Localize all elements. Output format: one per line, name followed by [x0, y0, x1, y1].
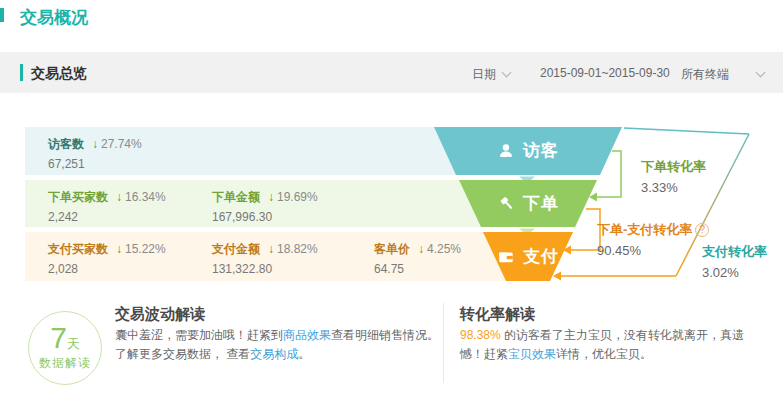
rate-value: 3.33% [641, 180, 706, 195]
rate-label: 下单-支付转化率? [597, 221, 709, 239]
decrease-arrow-icon: ↓ [268, 242, 274, 256]
metric-label: 支付买家数 [48, 242, 108, 256]
funnel-label-pay: 支付 [458, 245, 598, 268]
section-accent-bar [20, 64, 23, 81]
decrease-arrow-icon: ↓ [116, 190, 122, 204]
text: 了解更多交易数据， 查看 [115, 347, 250, 361]
stage-label: 访客 [523, 139, 559, 162]
metric-label: 下单买家数 [48, 190, 108, 204]
metric-pay-amount: 支付金额↓18.82% 131,322.80 [212, 241, 318, 276]
pay-rate-connector-line [624, 128, 749, 134]
chevron-down-icon [502, 68, 512, 78]
metric-order-buyers: 下单买家数↓16.34% 2,242 [48, 189, 166, 224]
badge-number-line: 7天 [50, 324, 80, 353]
metric-delta: 16.34% [125, 190, 166, 204]
rate-label: 下单转化率 [641, 158, 706, 176]
metric-delta: 27.74% [101, 137, 142, 151]
highlight-percent: 98.38% [460, 328, 501, 342]
trade-fluctuation-heading: 交易波动解读 [115, 305, 205, 324]
text: 详情，优化宝贝。 [556, 347, 652, 361]
metric-order-amount: 下单金额↓19.69% 167,996.30 [212, 189, 318, 224]
trade-composition-link[interactable]: 交易构成 [250, 347, 298, 361]
product-effect-link[interactable]: 商品效果 [283, 328, 331, 342]
page-title: 交易概况 [20, 6, 88, 29]
text: 查看明细销售情况。 [331, 328, 439, 342]
metric-delta: 4.25% [427, 242, 461, 256]
stage-label: 下单 [523, 192, 559, 215]
trade-fluctuation-line2: 了解更多交易数据， 查看交易构成。 [115, 345, 310, 364]
metric-value: 131,322.80 [212, 262, 318, 276]
seven-day-badge: 7天 数据解读 [28, 311, 102, 385]
decrease-arrow-icon: ↓ [418, 242, 424, 256]
arrow-left-icon [553, 272, 561, 281]
section-title: 交易总览 [31, 65, 87, 83]
metric-delta: 15.22% [125, 242, 166, 256]
order-conversion-rate: 下单转化率 3.33% [641, 158, 706, 195]
metric-value: 2,242 [48, 210, 166, 224]
person-icon [497, 142, 515, 160]
pay-conversion-rate: 支付转化率 3.02% [702, 243, 767, 280]
metric-label: 下单金额 [212, 190, 260, 204]
terminal-filter-label: 所有终端 [681, 67, 729, 81]
trade-fluctuation-line1: 囊中羞涩，需要加油哦！赶紧到商品效果查看明细销售情况。 [115, 326, 439, 345]
transaction-overview-page: 交易概况 交易总览 日期 2015-09-01~2015-09-30 所有终端 … [0, 0, 783, 401]
metric-label: 访客数 [48, 137, 84, 151]
item-effect-link[interactable]: 宝贝效果 [508, 347, 556, 361]
metric-value: 2,028 [48, 262, 166, 276]
badge-unit: 天 [67, 336, 80, 351]
text: 。 [298, 347, 310, 361]
insights-divider [443, 303, 444, 383]
rate-label: 支付转化率 [702, 243, 767, 261]
date-filter-dropdown[interactable]: 日期 [472, 66, 510, 83]
funnel-label-order: 下单 [458, 192, 598, 215]
metric-label: 客单价 [374, 242, 410, 256]
metric-value: 167,996.30 [212, 210, 318, 224]
order-pay-conversion-rate: 下单-支付转化率? 90.45% [597, 221, 709, 258]
rate-value: 90.45% [597, 243, 709, 258]
stage-label: 支付 [523, 245, 559, 268]
metric-value: 64.75 [374, 262, 461, 276]
section-header-bar: 交易总览 日期 2015-09-01~2015-09-30 所有终端 [0, 52, 783, 93]
badge-number: 7 [50, 321, 67, 354]
metric-visitors: 访客数↓27.74% 67,251 [48, 136, 142, 171]
metric-label: 支付金额 [212, 242, 260, 256]
decrease-arrow-icon: ↓ [268, 190, 274, 204]
metric-pay-buyers: 支付买家数↓15.22% 2,028 [48, 241, 166, 276]
page-accent-mark [0, 8, 4, 22]
date-range-value[interactable]: 2015-09-01~2015-09-30 [540, 66, 670, 80]
decrease-arrow-icon: ↓ [116, 242, 122, 256]
rate-label-text: 下单-支付转化率 [597, 222, 692, 237]
terminal-filter-dropdown[interactable]: 所有终端 [681, 66, 764, 83]
decrease-arrow-icon: ↓ [92, 137, 98, 151]
badge-caption: 数据解读 [39, 355, 91, 372]
date-filter-label: 日期 [472, 67, 496, 81]
metric-delta: 18.82% [277, 242, 318, 256]
rate-value: 3.02% [702, 265, 767, 280]
conversion-text: 98.38% 的访客看了主力宝贝，没有转化就离开，真遗憾！赶紧宝贝效果详情，优化… [460, 326, 768, 364]
metric-delta: 19.69% [277, 190, 318, 204]
conversion-heading: 转化率解读 [460, 305, 535, 324]
metric-price-per-customer: 客单价↓4.25% 64.75 [374, 241, 461, 276]
funnel-label-visitor: 访客 [458, 139, 598, 162]
help-question-icon[interactable]: ? [695, 223, 709, 237]
chevron-down-icon [756, 68, 766, 78]
metric-value: 67,251 [48, 157, 142, 171]
gavel-icon [497, 195, 515, 213]
text: 囊中羞涩，需要加油哦！赶紧到 [115, 328, 283, 342]
wallet-icon [497, 248, 515, 266]
